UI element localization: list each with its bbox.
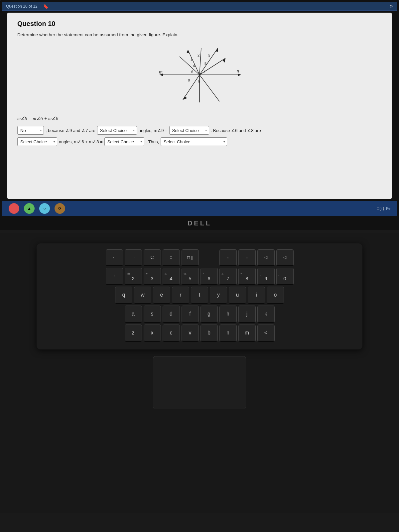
taskbar-circle-icon3[interactable]: ○ <box>39 203 50 214</box>
key-arrow-right[interactable]: → <box>125 249 142 266</box>
svg-line-5 <box>180 57 200 75</box>
key-7[interactable]: &7 <box>219 268 237 285</box>
answer-area: No ▼ ; because ∠9 and ∠7 are Select Choi… <box>17 126 382 146</box>
svg-marker-25 <box>183 96 187 100</box>
key-k[interactable]: k <box>257 306 275 323</box>
text-because2: . Because ∠6 and ∠8 are <box>211 128 261 133</box>
answer-row-2: Select Choice ▼ angles, m∠6 + m∠8 = Sele… <box>17 137 382 146</box>
svg-line-9 <box>183 75 200 100</box>
key-screenshot[interactable]: □ <box>163 249 180 266</box>
svg-text:3: 3 <box>208 54 210 58</box>
key-row-zxcv: z x c v b n m < <box>44 325 355 342</box>
svg-text:7: 7 <box>203 69 205 73</box>
key-voldown[interactable]: ◁ <box>276 249 294 266</box>
key-t[interactable]: t <box>191 287 208 304</box>
taskbar-fe-text: Fe <box>386 206 390 210</box>
keyboard-area: ← → C □ ◻ || ○ ○ ◁ ◁ ! @2 #3 $4 %5 ^6 &7… <box>0 233 399 513</box>
geometry-diagram: m n 1 <box>153 43 246 110</box>
text-angles2: angles, m∠6 + m∠8 = <box>59 139 103 144</box>
select-choice-2[interactable]: Select Choice ▼ <box>169 126 209 135</box>
key-exclaim[interactable]: ! <box>106 268 123 285</box>
laptop-screen-frame: Question 10 of 12 🔖 ⚙ Question 10 Determ… <box>0 0 399 216</box>
key-arrow-left[interactable]: ← <box>106 249 123 266</box>
key-d[interactable]: d <box>163 306 180 323</box>
key-9[interactable]: (9 <box>257 268 275 285</box>
key-c-refresh[interactable]: C <box>144 249 161 266</box>
svg-line-11 <box>200 75 219 101</box>
key-e[interactable]: e <box>153 287 170 304</box>
select-choice-4[interactable]: Select Choice ▼ <box>104 137 144 146</box>
question-counter: Question 10 of 12 <box>6 4 38 9</box>
taskbar-right-text: □ ) ) <box>377 206 384 211</box>
key-4[interactable]: $4 <box>163 268 180 285</box>
question-title: Question 10 <box>17 20 382 28</box>
key-b[interactable]: b <box>200 325 218 342</box>
text-because: ; because ∠9 and ∠7 are <box>46 128 95 133</box>
key-c[interactable]: c <box>163 325 180 342</box>
key-u[interactable]: u <box>229 287 246 304</box>
key-r[interactable]: r <box>172 287 189 304</box>
dell-logo: DELL <box>188 219 211 227</box>
keyboard: ← → C □ ◻ || ○ ○ ◁ ◁ ! @2 #3 $4 %5 ^6 &7… <box>37 243 362 349</box>
top-bar: Question 10 of 12 🔖 ⚙ <box>2 2 397 11</box>
key-8[interactable]: *8 <box>238 268 256 285</box>
key-mute[interactable]: ◁ <box>257 249 275 266</box>
key-a[interactable]: a <box>125 306 142 323</box>
svg-marker-24 <box>238 73 241 76</box>
bookmark-icon[interactable]: 🔖 <box>43 4 49 9</box>
svg-line-4 <box>200 48 218 75</box>
key-m[interactable]: m <box>238 325 256 342</box>
key-j[interactable]: j <box>238 306 256 323</box>
key-row-asdf: a s d f g h j k <box>44 306 355 323</box>
key-x[interactable]: x <box>144 325 161 342</box>
key-6[interactable]: ^6 <box>200 268 218 285</box>
bezel-bottom: DELL <box>0 216 399 230</box>
key-2[interactable]: @2 <box>125 268 142 285</box>
key-row-fn: ← → C □ ◻ || ○ ○ ◁ ◁ <box>44 249 355 266</box>
key-less-than[interactable]: < <box>257 325 275 342</box>
svg-text:1: 1 <box>191 57 193 61</box>
top-bar-icon1: ⚙ <box>389 4 393 9</box>
key-v[interactable]: v <box>182 325 199 342</box>
select-choice-3[interactable]: Select Choice ▼ <box>17 137 57 146</box>
svg-line-3 <box>200 48 201 75</box>
key-5[interactable]: %5 <box>182 268 199 285</box>
svg-text:6: 6 <box>191 70 193 74</box>
key-0[interactable]: )0 <box>276 268 294 285</box>
answer-row-1: No ▼ ; because ∠9 and ∠7 are Select Choi… <box>17 126 382 135</box>
key-s[interactable]: s <box>144 306 161 323</box>
diagram-container: m n 1 <box>17 43 382 110</box>
key-q[interactable]: q <box>115 287 132 304</box>
no-dropdown[interactable]: No ▼ <box>17 126 44 135</box>
key-i[interactable]: i <box>248 287 265 304</box>
svg-text:9: 9 <box>198 80 200 84</box>
key-f[interactable]: f <box>182 306 199 323</box>
taskbar-circle-icon4[interactable]: ⟳ <box>55 203 65 214</box>
svg-text:m: m <box>159 69 163 74</box>
svg-text:2: 2 <box>198 53 200 57</box>
key-row-numbers: ! @2 #3 $4 %5 ^6 &7 *8 (9 )0 <box>44 268 355 285</box>
key-3[interactable]: #3 <box>144 268 161 285</box>
svg-text:4: 4 <box>193 64 195 68</box>
text-thus: . Thus, <box>146 139 159 144</box>
svg-text:n: n <box>237 68 239 73</box>
key-g[interactable]: g <box>200 306 218 323</box>
key-h[interactable]: h <box>219 306 237 323</box>
key-o[interactable]: o <box>267 287 284 304</box>
select-choice-5[interactable]: Select Choice ▼ <box>161 137 227 146</box>
key-n[interactable]: n <box>219 325 237 342</box>
touchpad[interactable] <box>153 356 246 409</box>
question-instruction: Determine whether the statement can be a… <box>17 32 382 37</box>
key-splitscreen[interactable]: ◻ || <box>182 249 199 266</box>
taskbar-circle-icon1[interactable] <box>9 203 19 214</box>
svg-text:5: 5 <box>204 62 206 66</box>
select-choice-1[interactable]: Select Choice ▼ <box>97 126 137 135</box>
key-z[interactable]: z <box>125 325 142 342</box>
equation: m∠9 = m∠6 + m∠8 <box>17 116 382 121</box>
key-brightness-up[interactable]: ○ <box>238 249 256 266</box>
taskbar-circle-icon2[interactable]: ▲ <box>24 203 35 214</box>
key-y[interactable]: y <box>210 287 227 304</box>
key-w[interactable]: w <box>134 287 151 304</box>
taskbar: ▲ ○ ⟳ □ ) ) Fe <box>2 201 397 216</box>
key-brightness-down[interactable]: ○ <box>219 249 237 266</box>
